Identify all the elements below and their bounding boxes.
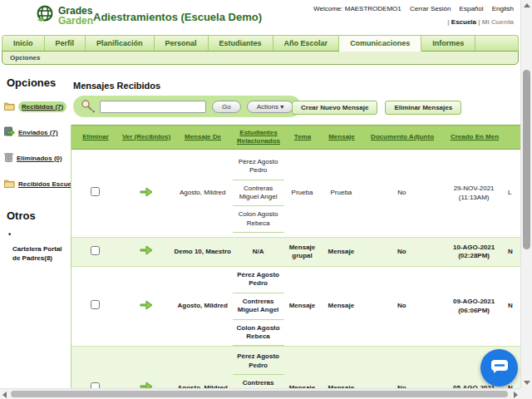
tab-ano-escolar[interactable]: Año Escolar: [273, 35, 340, 52]
student-name: Contreras Miguel Angel: [233, 375, 284, 388]
globe-leaf-icon: [35, 4, 55, 27]
crear-nuevo-mensaje-button[interactable]: Crear Nuevo Mensaje: [292, 101, 377, 115]
student-name: Colon Agosto Rebeca: [233, 206, 284, 233]
sidebar: Opciones Recibidos (7) Enviados (7) Elim…: [0, 76, 71, 264]
divider: |: [447, 18, 449, 26]
sender-name: Agosto, Mildred: [173, 302, 233, 310]
eliminar-mensajes-button[interactable]: Eliminar Mensajes: [385, 101, 461, 115]
col-header-mensaje-de[interactable]: Mensaje De: [173, 133, 233, 141]
brand-name: Grades Garden: [58, 6, 93, 26]
sidebar-otros-heading: Otros: [0, 209, 71, 222]
col-header-documento[interactable]: Documento Adjunto: [362, 133, 442, 141]
actions-dropdown-button[interactable]: Actions ▾: [247, 101, 293, 113]
folder-icon: [4, 99, 15, 114]
col-header-tema[interactable]: Tema: [284, 133, 321, 141]
message-body: Prueba: [320, 189, 362, 197]
sub-nav-bar: Opciones: [2, 51, 519, 65]
sidebar-item-recibidos-escuela[interactable]: Recibidos Escuela (80): [0, 176, 71, 191]
vertical-scrollbar[interactable]: [520, 0, 532, 388]
subnav-opciones[interactable]: Opciones: [2, 52, 518, 64]
search-bar: ▾ Go Actions ▾: [73, 96, 301, 117]
session-bar: Welcome: MAESTRODEMO1 Cerrar Sesión Espa…: [313, 5, 514, 12]
sidebar-item-eliminados[interactable]: Eliminados (0): [0, 150, 71, 165]
student-name: Contreras Miguel Angel: [233, 293, 284, 320]
created-date: 09-AGO-2021 (06:06PM): [441, 298, 506, 315]
related-students: Pérez Agosto Pedro Contreras Miguel Ange…: [233, 348, 284, 388]
chevron-down-icon: ▾: [92, 109, 95, 114]
sidebar-item-recibidos[interactable]: Recibidos (7): [0, 99, 71, 114]
content-title: Mensajes Recibidos: [73, 81, 160, 91]
view-message-arrow-icon[interactable]: [140, 191, 153, 199]
message-body: Mensaje: [320, 302, 362, 310]
sender-name: Demo 10, Maestro: [173, 248, 233, 256]
message-subject: Mensaje grupal: [284, 244, 321, 261]
row-checkbox[interactable]: [91, 382, 100, 388]
horizontal-scrollbar[interactable]: [0, 388, 520, 399]
welcome-text: Welcome: MAESTRODEMO1: [313, 5, 401, 12]
message-body: Mensaje: [320, 248, 362, 256]
tab-comunicaciones[interactable]: Comunicaciones: [339, 35, 421, 52]
tab-estudiantes[interactable]: Estudiantes: [209, 35, 273, 52]
tab-informes[interactable]: Informes: [421, 35, 475, 52]
toolbar-buttons: Crear Nuevo Mensaje Eliminar Mensajes: [292, 101, 461, 115]
student-name: Colon Agosto Rebeca: [233, 320, 284, 347]
col-header-estudiantes[interactable]: Estudiantes Relacionados: [233, 129, 284, 146]
student-name: Pérez Agosto Pedro: [233, 348, 284, 375]
col-header-eliminar[interactable]: Eliminar: [71, 133, 120, 141]
scroll-down-arrow-icon[interactable]: [524, 381, 530, 385]
sidebar-item-enviados[interactable]: Enviados (7): [0, 125, 71, 140]
created-date: 10-AGO-2021 (02:28PM): [441, 244, 506, 261]
tab-perfil[interactable]: Perfil: [45, 35, 86, 52]
go-button[interactable]: Go: [212, 101, 241, 113]
sent-icon: [4, 125, 15, 140]
divider: |: [478, 18, 480, 26]
lang-en-link[interactable]: English: [492, 5, 514, 12]
tab-planificacion[interactable]: Planificación: [86, 35, 155, 52]
table-row: Demo 10, Maestro N/A Mensaje grupal Mens…: [71, 238, 520, 267]
tab-personal[interactable]: Personal: [155, 35, 209, 52]
app-window: Grades Garden Adiestramientos (Escuela D…: [0, 0, 532, 399]
col-header-creado[interactable]: Creado En Men: [442, 133, 507, 141]
row-checkbox[interactable]: [91, 187, 100, 196]
col-header-mensaje[interactable]: Mensaje: [321, 133, 362, 141]
row-checkbox[interactable]: [91, 300, 100, 309]
escuela-link[interactable]: Escuela: [451, 18, 476, 26]
search-input[interactable]: [100, 101, 206, 113]
scroll-right-arrow-icon[interactable]: [514, 392, 518, 398]
chat-widget-button[interactable]: [480, 349, 518, 387]
attachment-flag: No: [362, 248, 441, 256]
bullet-marker: •: [0, 230, 71, 239]
table-row: Agosto, Mildred Pérez Agosto Pedro Contr…: [71, 150, 520, 238]
scrollbar-corner: [520, 388, 532, 399]
read-status: N: [506, 302, 520, 310]
trash-icon: [4, 150, 13, 165]
view-message-arrow-icon[interactable]: [140, 249, 153, 257]
table-row: Agosto, Mildred Pérez Agosto Pedro Contr…: [71, 347, 520, 388]
horizontal-scrollbar-thumb[interactable]: [11, 391, 508, 397]
page-header: Grades Garden Adiestramientos (Escuela D…: [0, 0, 520, 34]
tab-inicio[interactable]: Inicio: [2, 35, 45, 52]
logout-link[interactable]: Cerrar Sesión: [410, 5, 451, 12]
brand-logo[interactable]: Grades Garden: [35, 4, 93, 27]
folder-icon: [4, 176, 15, 191]
view-message-arrow-icon[interactable]: [140, 304, 153, 312]
lang-es-link[interactable]: Español: [460, 5, 484, 12]
attachment-flag: No: [362, 302, 441, 310]
messages-table: Eliminar Ver (Recibidos) Mensaje De Estu…: [71, 125, 520, 388]
vertical-scrollbar-thumb[interactable]: [523, 70, 530, 249]
search-icon[interactable]: ▾: [81, 99, 94, 114]
sidebar-item-cartelera[interactable]: Cartelera Portal de Padres(8): [0, 245, 62, 264]
message-subject: Prueba: [284, 189, 321, 197]
sender-name: Agosto, Mildred: [173, 189, 233, 197]
mi-cuenta-link[interactable]: Mi Cuenta: [482, 18, 514, 26]
col-header-ver[interactable]: Ver (Recibidos): [120, 133, 173, 141]
row-checkbox[interactable]: [91, 246, 100, 255]
sidebar-item-label: Enviados (7): [18, 129, 58, 136]
created-date: 29-NOV-2021 (11:13AM): [441, 185, 506, 202]
read-status: L: [506, 189, 520, 197]
student-name: Pérez Agosto Pedro: [233, 267, 284, 293]
related-students: Pérez Agosto Pedro Contreras Miguel Ange…: [233, 267, 284, 346]
page-title: Adiestramientos (Escuela Demo): [93, 11, 262, 23]
scroll-up-arrow-icon[interactable]: [524, 3, 530, 7]
scroll-left-arrow-icon[interactable]: [2, 392, 7, 398]
